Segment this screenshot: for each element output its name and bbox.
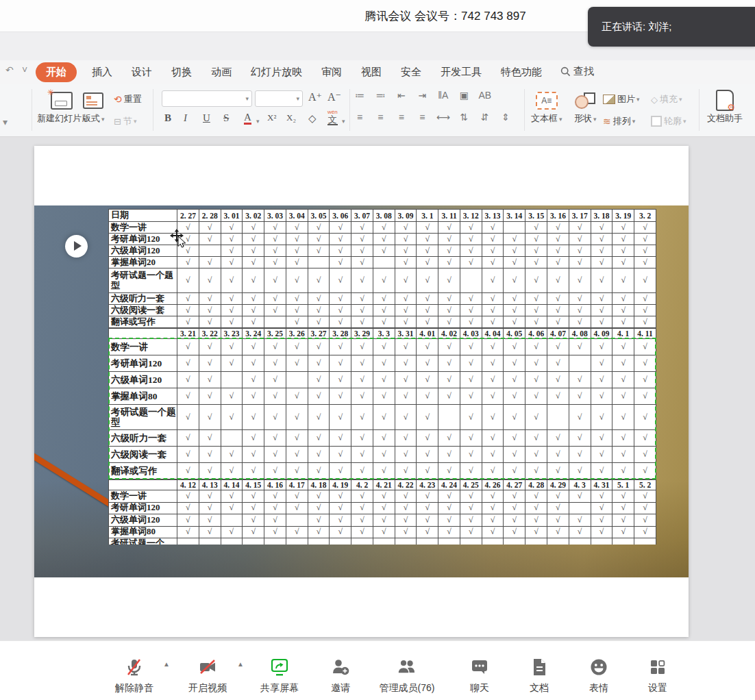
start-video-button[interactable]: 开启视频 bbox=[170, 653, 245, 695]
document-canvas[interactable]: 日期2. 272. 283. 013. 023. 033. 043. 053. … bbox=[0, 137, 755, 640]
font-color-button[interactable]: A bbox=[244, 112, 251, 125]
pinyin-caret[interactable]: ▾ bbox=[342, 118, 345, 125]
check-cell: √ bbox=[243, 222, 264, 234]
font-size-select[interactable]: ▾ bbox=[255, 90, 303, 107]
collapsed-group-caret[interactable]: ▾ bbox=[3, 116, 8, 127]
tab-animation[interactable]: 动画 bbox=[211, 66, 232, 79]
more-commands-icon[interactable]: ˅ bbox=[22, 64, 27, 75]
check-cell: √ bbox=[612, 293, 634, 305]
invite-button[interactable]: 邀请 bbox=[303, 653, 378, 695]
tab-insert[interactable]: 插入 bbox=[92, 66, 112, 79]
schedule-table-section-3[interactable]: 4. 124. 134. 144. 154. 164. 174. 184. 19… bbox=[108, 479, 656, 545]
date-cell: 3. 29 bbox=[351, 329, 373, 339]
font-name-select[interactable]: ▾ bbox=[162, 90, 252, 107]
shrink-font-button[interactable]: A⁻ bbox=[327, 90, 341, 103]
undo-icon[interactable]: ↶ bbox=[5, 64, 14, 75]
superscript-button[interactable]: X² bbox=[267, 112, 276, 123]
empty-cell bbox=[308, 257, 330, 268]
manage-members-button[interactable]: 管理成员(76) bbox=[369, 653, 445, 695]
layout-button[interactable]: 版式▾ bbox=[82, 89, 105, 125]
check-cell: √ bbox=[308, 526, 330, 538]
outdent-icon[interactable]: ⇤ bbox=[393, 90, 410, 101]
check-cell: √ bbox=[612, 388, 634, 405]
strikethrough-button[interactable]: S bbox=[223, 112, 229, 124]
check-cell: √ bbox=[612, 372, 634, 388]
check-cell: √ bbox=[438, 502, 460, 514]
reset-button[interactable]: ⟲ 重置 bbox=[114, 92, 142, 107]
outline-button[interactable]: 轮廓▾ bbox=[651, 114, 686, 129]
clear-format-icon[interactable]: ◇ bbox=[308, 112, 317, 125]
tab-design[interactable]: 设计 bbox=[132, 66, 152, 79]
schedule-table-section-2[interactable]: 3. 213. 223. 233. 243. 253. 263. 273. 28… bbox=[108, 328, 656, 479]
check-cell: √ bbox=[525, 405, 547, 430]
new-slide-button[interactable]: ✳ 新建幻灯片▾ bbox=[37, 89, 86, 125]
check-cell: √ bbox=[417, 514, 438, 527]
text-box-button[interactable]: A≡ 文本框▾ bbox=[531, 89, 562, 125]
check-cell: √ bbox=[438, 388, 460, 405]
check-cell: √ bbox=[525, 316, 547, 328]
lower-paragraph-icon[interactable]: ⇵ bbox=[476, 112, 494, 123]
raise-paragraph-icon[interactable]: ⇅ bbox=[455, 112, 473, 123]
check-cell: √ bbox=[351, 447, 373, 463]
bullets-icon[interactable]: ≔ bbox=[351, 90, 369, 101]
distribute-icon[interactable]: ⟷ bbox=[434, 112, 452, 123]
align-left-icon[interactable]: ≡ bbox=[351, 112, 369, 123]
tab-view[interactable]: 视图 bbox=[361, 66, 382, 79]
tab-transition[interactable]: 切换 bbox=[171, 66, 192, 79]
check-cell: √ bbox=[395, 490, 417, 503]
section-button[interactable]: ⊟ 节▾ bbox=[114, 114, 136, 129]
check-cell: √ bbox=[308, 245, 330, 257]
shapes-button[interactable]: 形状▾ bbox=[574, 89, 597, 125]
pinyin-guide-button[interactable]: wén 文 bbox=[327, 110, 338, 125]
arrange-button[interactable]: ≋ 排列▾ bbox=[603, 114, 635, 129]
check-cell: √ bbox=[482, 447, 504, 463]
slide[interactable]: 日期2. 272. 283. 013. 023. 033. 043. 053. … bbox=[34, 146, 689, 637]
picture-button[interactable]: 图片▾ bbox=[603, 92, 640, 107]
check-cell: √ bbox=[330, 268, 351, 293]
tab-home[interactable]: 开始 bbox=[36, 62, 77, 82]
bold-button[interactable]: B bbox=[164, 112, 171, 124]
justify-icon[interactable]: ≡ bbox=[413, 112, 431, 123]
grow-font-button[interactable]: A⁺ bbox=[308, 90, 322, 103]
doc-assistant-button[interactable]: ⚙ 文档助手 bbox=[707, 88, 743, 125]
align-right-icon[interactable]: ≡ bbox=[393, 112, 410, 123]
char-fit-icon[interactable]: AB bbox=[476, 90, 494, 101]
tab-review[interactable]: 审阅 bbox=[321, 66, 342, 79]
italic-button[interactable]: I bbox=[184, 112, 187, 124]
text-frame-icon[interactable]: ▣ bbox=[455, 90, 473, 101]
tab-special-features[interactable]: 特色功能 bbox=[501, 66, 542, 79]
check-cell: √ bbox=[634, 447, 656, 463]
numbering-icon[interactable]: ≕ bbox=[371, 90, 389, 101]
unmute-button[interactable]: 解除静音 bbox=[97, 653, 172, 695]
search[interactable]: 查找 bbox=[560, 65, 594, 78]
check-cell: √ bbox=[525, 514, 547, 527]
check-cell: √ bbox=[504, 514, 525, 527]
tab-security[interactable]: 安全 bbox=[401, 66, 421, 79]
font-color-caret[interactable]: ▾ bbox=[256, 118, 260, 125]
settings-button[interactable]: 设置 bbox=[620, 653, 695, 695]
subscript-button[interactable]: X₂ bbox=[286, 112, 296, 123]
check-cell: √ bbox=[373, 305, 395, 316]
check-cell: √ bbox=[438, 355, 460, 372]
play-button[interactable] bbox=[65, 235, 88, 258]
check-cell: √ bbox=[504, 234, 525, 245]
underline-button[interactable]: U bbox=[203, 112, 210, 124]
check-cell: √ bbox=[351, 526, 373, 538]
check-cell: √ bbox=[395, 305, 417, 316]
indent-icon[interactable]: ⇥ bbox=[413, 90, 431, 101]
tab-devtools[interactable]: 开发工具 bbox=[441, 66, 482, 79]
fill-button[interactable]: ◇ 填充▾ bbox=[651, 92, 682, 107]
study-schedule-table[interactable]: 日期2. 272. 283. 013. 023. 033. 043. 053. … bbox=[108, 209, 658, 545]
line-spacing-icon[interactable]: ⇕ bbox=[497, 112, 515, 123]
check-cell: √ bbox=[438, 339, 460, 355]
tab-slideshow[interactable]: 幻灯片放映 bbox=[251, 66, 302, 79]
align-center-icon[interactable]: ≡ bbox=[371, 112, 389, 123]
text-direction-icon[interactable]: ‖A bbox=[434, 90, 452, 101]
audio-options-caret[interactable]: ▲ bbox=[163, 660, 170, 668]
check-cell: √ bbox=[199, 293, 221, 305]
date-cell: 3. 22 bbox=[199, 329, 221, 339]
check-cell: √ bbox=[460, 257, 482, 268]
schedule-table-section-1[interactable]: 日期2. 272. 283. 013. 023. 033. 043. 053. … bbox=[108, 209, 656, 328]
check-cell: √ bbox=[634, 234, 656, 245]
check-cell: √ bbox=[504, 490, 525, 503]
